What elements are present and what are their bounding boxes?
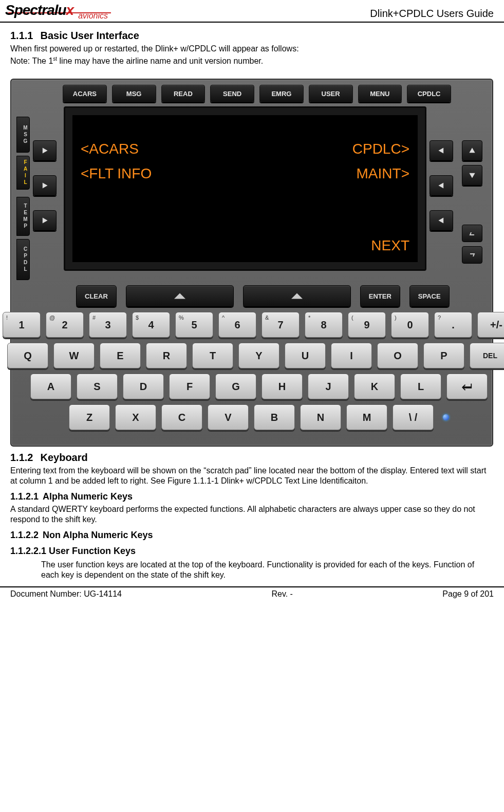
key-2[interactable]: @2 bbox=[46, 312, 84, 338]
brightness-down-icon[interactable] bbox=[462, 165, 482, 186]
screen-acars: <ACARS bbox=[81, 141, 139, 157]
heading-num: 1.1.2.1 bbox=[10, 491, 39, 502]
svg-marker-5 bbox=[438, 218, 443, 224]
key-y[interactable]: Y bbox=[238, 343, 279, 368]
fkey-menu[interactable]: MENU bbox=[358, 85, 402, 102]
key-u[interactable]: U bbox=[285, 343, 326, 368]
key-.[interactable]: ?. bbox=[434, 312, 472, 338]
key-p[interactable]: P bbox=[423, 343, 464, 368]
key-8[interactable]: *8 bbox=[305, 312, 343, 338]
key-9[interactable]: (9 bbox=[348, 312, 386, 338]
screen-frame: <ACARS CPDLC> <FLT INFO MAINT> NEXT bbox=[64, 106, 426, 271]
key-return[interactable] bbox=[446, 374, 488, 399]
page-header: Spectralux avionics Dlink+CPDLC Users Gu… bbox=[0, 0, 504, 23]
heading-text: User Function Keys bbox=[49, 546, 136, 556]
key-t[interactable]: T bbox=[192, 343, 233, 368]
logo-text: Spectralu bbox=[5, 2, 66, 18]
heading-text: Non Alpha Numeric Keys bbox=[43, 530, 153, 540]
key-del[interactable]: DEL bbox=[470, 343, 504, 368]
device-figure: ACARS MSG READ SEND EMRG USER MENU CPDLC… bbox=[10, 79, 494, 447]
function-key-row: ACARS MSG READ SEND EMRG USER MENU CPDLC bbox=[16, 85, 487, 102]
lsk-l2[interactable] bbox=[33, 175, 57, 196]
fkey-acars[interactable]: ACARS bbox=[63, 85, 107, 102]
heading-1-1-2-2-1: 1.1.2.2.1 User Function Keys bbox=[10, 546, 494, 557]
keyboard: !1@2#3$4%5^6&7*8(9)0?.+/- QWERTYUIOPDEL … bbox=[16, 310, 487, 438]
annunciator-msg: MSG bbox=[16, 117, 30, 153]
key-d[interactable]: D bbox=[123, 374, 164, 399]
qwerty-row-2: ASDFGHJKL bbox=[41, 374, 477, 399]
superscript: st bbox=[53, 56, 57, 62]
annunciator-column: MSG FAIL TEMP CPDL bbox=[16, 106, 33, 280]
fkey-user[interactable]: USER bbox=[309, 85, 353, 102]
page-prev-icon[interactable] bbox=[462, 225, 482, 242]
key-1[interactable]: !1 bbox=[3, 312, 41, 338]
screen-fltinfo: <FLT INFO bbox=[81, 165, 152, 182]
heading-num: 1.1.2 bbox=[10, 452, 33, 464]
key-n[interactable]: N bbox=[300, 404, 341, 430]
clear-key[interactable]: CLEAR bbox=[76, 285, 117, 307]
key-b[interactable]: B bbox=[254, 404, 295, 430]
fkey-emrg[interactable]: EMRG bbox=[259, 85, 304, 102]
heading-1-1-2: 1.1.2Keyboard bbox=[10, 452, 494, 464]
key-s[interactable]: S bbox=[77, 374, 118, 399]
screen-cpdlc: CPDLC> bbox=[352, 141, 409, 157]
key-r[interactable]: R bbox=[146, 343, 187, 368]
key-z[interactable]: Z bbox=[69, 404, 110, 430]
key-4[interactable]: $4 bbox=[132, 312, 170, 338]
key-0[interactable]: )0 bbox=[391, 312, 429, 338]
annunciator-cpdl: CPDL bbox=[16, 239, 30, 280]
text: line may have the airline name and unit … bbox=[57, 57, 263, 65]
space-key[interactable]: SPACE bbox=[409, 285, 450, 307]
key-+/-[interactable]: +/- bbox=[477, 312, 504, 338]
key-slash[interactable]: \ / bbox=[393, 404, 434, 430]
key-w[interactable]: W bbox=[53, 343, 95, 368]
shift-key-left[interactable] bbox=[126, 285, 234, 307]
display-screen: <ACARS CPDLC> <FLT INFO MAINT> NEXT bbox=[72, 115, 418, 262]
key-e[interactable]: E bbox=[100, 343, 141, 368]
key-h[interactable]: H bbox=[262, 374, 303, 399]
key-6[interactable]: ^6 bbox=[218, 312, 256, 338]
page-next-icon[interactable] bbox=[462, 246, 482, 264]
para: When first powered up or restarted, the … bbox=[10, 44, 494, 54]
footer-doc-number: Document Number: UG-14114 bbox=[10, 589, 122, 599]
svg-marker-8 bbox=[174, 293, 185, 299]
key-c[interactable]: C bbox=[161, 404, 202, 430]
lsk-l1[interactable] bbox=[33, 140, 57, 161]
fkey-read[interactable]: READ bbox=[161, 85, 206, 102]
fkey-send[interactable]: SEND bbox=[210, 85, 254, 102]
key-k[interactable]: K bbox=[354, 374, 395, 399]
shift-key-right[interactable] bbox=[243, 285, 351, 307]
key-7[interactable]: &7 bbox=[262, 312, 300, 338]
lsk-r3[interactable] bbox=[430, 210, 453, 231]
qwerty-row-3: ZXCVBNM\ / bbox=[41, 404, 477, 430]
fkey-cpdlc[interactable]: CPDLC bbox=[407, 85, 451, 102]
number-row: !1@2#3$4%5^6&7*8(9)0?.+/- bbox=[41, 312, 477, 338]
screen-maint: MAINT> bbox=[357, 165, 409, 182]
key-5[interactable]: %5 bbox=[175, 312, 213, 338]
key-l[interactable]: L bbox=[400, 374, 441, 399]
key-q[interactable]: Q bbox=[7, 343, 48, 368]
key-g[interactable]: G bbox=[215, 374, 256, 399]
lsk-r1[interactable] bbox=[430, 140, 453, 161]
key-3[interactable]: #3 bbox=[89, 312, 127, 338]
key-f[interactable]: F bbox=[169, 374, 210, 399]
key-j[interactable]: J bbox=[308, 374, 349, 399]
page-content: 1.1.1Basic User Interface When first pow… bbox=[0, 23, 504, 580]
key-i[interactable]: I bbox=[331, 343, 372, 368]
lsk-l3[interactable] bbox=[33, 210, 57, 231]
key-a[interactable]: A bbox=[30, 374, 71, 399]
key-v[interactable]: V bbox=[208, 404, 249, 430]
heading-num: 1.1.1 bbox=[10, 30, 33, 42]
key-m[interactable]: M bbox=[346, 404, 387, 430]
lsk-r2[interactable] bbox=[430, 175, 453, 196]
heading-num: 1.1.2.2 bbox=[10, 530, 39, 541]
fkey-msg[interactable]: MSG bbox=[112, 85, 156, 102]
enter-key[interactable]: ENTER bbox=[360, 285, 400, 307]
lsk-left-column bbox=[33, 106, 61, 280]
svg-marker-6 bbox=[469, 148, 475, 153]
para: Entering text from the keyboard will be … bbox=[10, 466, 494, 486]
key-x[interactable]: X bbox=[115, 404, 156, 430]
svg-marker-0 bbox=[43, 148, 48, 154]
key-o[interactable]: O bbox=[377, 343, 418, 368]
brightness-up-icon[interactable] bbox=[462, 140, 482, 161]
